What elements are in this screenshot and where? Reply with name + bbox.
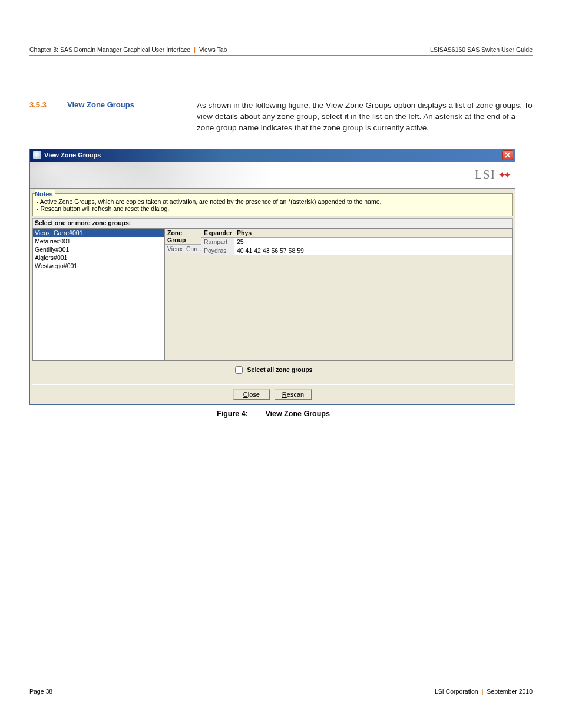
col-header-phys[interactable]: Phys [234,229,512,238]
grid-cell: 25 [234,238,512,246]
zone-group-list[interactable]: Vieux_Carre#001 Metairie#001 Gentilly#00… [32,228,165,361]
notes-line: - Active Zone Groups, which are copies t… [37,198,508,205]
page-footer: Page 38 LSI Corporation | September 2010 [29,688,533,695]
grid-cell: 40 41 42 43 56 57 58 59 [234,246,512,255]
select-all-checkbox[interactable] [235,366,243,374]
notes-heading: Notes [35,190,55,197]
close-icon[interactable] [502,150,513,160]
lsi-logo: LSI ✦✦ [475,168,509,182]
footer-date: September 2010 [487,688,533,695]
breadcrumb-tail: Views Tab [199,46,227,53]
breadcrumb-separator: | [194,46,196,53]
page-header: Chapter 3: SAS Domain Manager Graphical … [29,46,533,53]
dialog-title: View Zone Groups [44,151,101,159]
footer-separator: | [481,688,483,695]
footer-corp: LSI Corporation [435,688,478,695]
figure-caption: Figure 4: View Zone Groups [29,410,533,418]
figure-label: Figure 4: [217,410,248,418]
grid-cell: Vieux_Carr... [165,245,201,253]
notes-line: - Rescan button will refresh and reset t… [37,205,508,212]
logo-burst-icon: ✦✦ [498,170,509,180]
grid-cell: Poydras [201,246,234,255]
doc-title: LSISAS6160 SAS Switch User Guide [430,46,533,53]
col-header-zone-group[interactable]: Zone Group [165,229,201,245]
list-item[interactable]: Algiers#001 [33,253,164,262]
figure-title: View Zone Groups [265,410,330,418]
list-item[interactable]: Vieux_Carre#001 [33,229,164,237]
section-number: 3.5.3 [29,100,55,134]
list-item[interactable]: Metairie#001 [33,237,164,245]
list-item[interactable]: Gentilly#001 [33,245,164,253]
rescan-button[interactable]: Rescan [275,389,312,400]
notes-box: Notes - Active Zone Groups, which are co… [32,193,513,216]
close-button[interactable]: Close [233,389,270,400]
col-header-expander[interactable]: Expander [201,229,234,238]
section-title: View Zone Groups [67,100,185,134]
list-item[interactable]: Westwego#001 [33,262,164,270]
view-zone-groups-dialog: View Zone Groups LSI ✦✦ Notes - Active Z… [29,149,515,405]
app-icon [33,151,41,159]
page-number: Page 38 [29,688,52,695]
grid-cell: Rampart [201,238,234,246]
select-all-label: Select all zone groups [247,366,313,373]
zone-details-grid: Zone Group Vieux_Carr... Expander Rampar… [165,228,513,361]
dialog-titlebar[interactable]: View Zone Groups [30,149,515,162]
dialog-banner: LSI ✦✦ [30,162,515,189]
footer-divider [29,686,533,686]
select-header: Select one or more zone groups: [32,218,513,228]
header-divider [29,55,533,56]
section-body: As shown in the following figure, the Vi… [197,100,533,134]
breadcrumb-chapter: Chapter 3: SAS Domain Manager Graphical … [29,46,190,53]
